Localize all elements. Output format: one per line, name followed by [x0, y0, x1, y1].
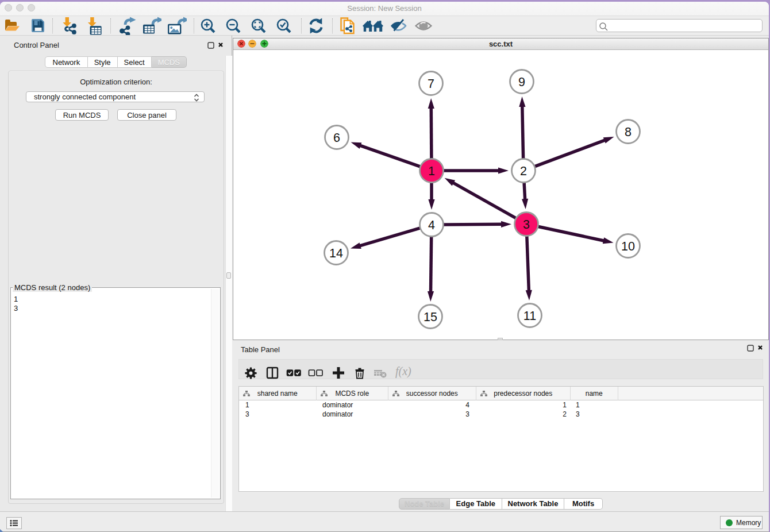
svg-text:8: 8: [625, 125, 632, 139]
svg-text:14: 14: [329, 246, 343, 260]
svg-text:4: 4: [428, 218, 435, 232]
svg-text:1: 1: [428, 164, 435, 178]
svg-text:6: 6: [333, 131, 340, 145]
svg-text:2: 2: [520, 164, 527, 178]
svg-text:7: 7: [428, 77, 434, 91]
svg-text:11: 11: [523, 309, 536, 323]
svg-text:9: 9: [518, 75, 525, 89]
svg-text:3: 3: [523, 218, 530, 232]
svg-text:15: 15: [424, 310, 437, 324]
svg-text:10: 10: [621, 240, 635, 253]
